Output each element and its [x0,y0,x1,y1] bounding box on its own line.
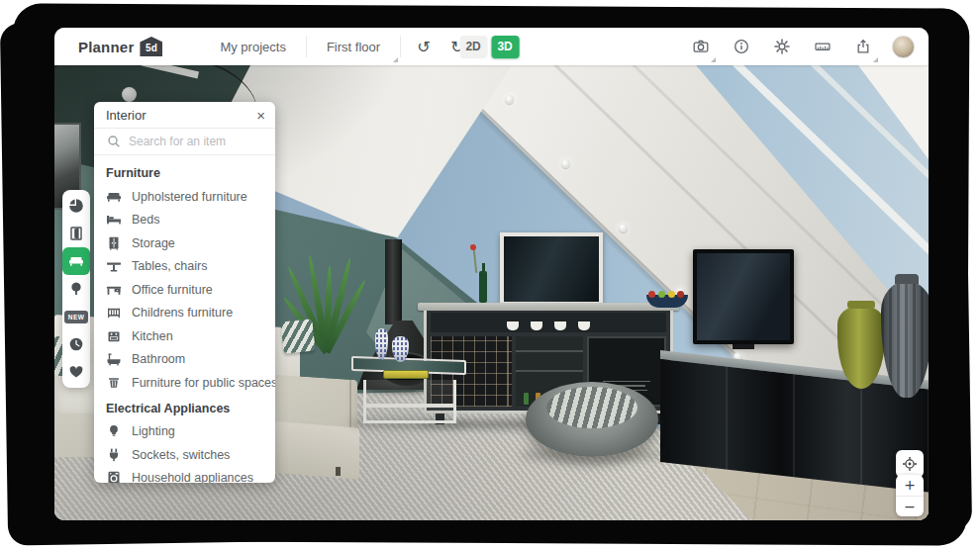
category-item-label: Tables, chairs [132,259,207,273]
flower [470,244,476,250]
user-avatar[interactable] [892,36,915,58]
chevron-pillow[interactable] [280,319,315,353]
category-item-childrens-furniture[interactable]: Childrens furniture [94,302,275,325]
fireplace-chimney[interactable] [385,239,402,324]
sidebar-item-history[interactable] [62,330,90,358]
tv-stand [733,344,754,349]
serving-tray [383,370,429,379]
bed-icon [106,212,122,228]
sidebar-item-favorites[interactable] [62,358,90,386]
floor-selector-label: First floor [327,40,380,54]
interior-panel: Interior × FurnitureUpholstered furnitur… [94,102,275,483]
category-item-beds[interactable]: Beds [94,209,275,232]
info-icon [734,39,749,54]
info-button[interactable] [730,35,753,58]
rooms-icon [68,198,84,214]
stove-icon [106,328,122,344]
category-item-kitchen[interactable]: Kitchen [94,324,275,348]
zoom-in-button[interactable]: + [896,475,924,497]
bathtub-icon [106,351,122,367]
category-item-lighting[interactable]: Lighting [94,420,275,444]
sofa-icon [106,189,122,205]
locate-icon [902,456,918,472]
fruit-bowl [646,295,688,308]
close-icon[interactable]: × [256,108,265,123]
pouf-chevron-top [546,387,637,428]
zoom-controls: + − [896,475,924,516]
tv[interactable] [693,249,794,344]
category-item-label: Bathroom [132,352,185,366]
category-item-tables-chairs[interactable]: Tables, chairs [94,255,275,279]
search-input[interactable] [129,135,275,148]
sidebar-item-outdoor[interactable] [62,275,90,303]
search-bar [94,129,275,155]
new-badge: NEW [64,311,87,323]
category-item-label: Office furniture [132,283,213,297]
category-item-household-appliances[interactable]: Household appliances [94,467,275,484]
desk-icon [106,282,122,298]
track-light [619,224,628,232]
undo-button[interactable]: ↺ [411,34,437,59]
app-logo[interactable]: Planner 5d [78,37,162,56]
category-item-label: Upholstered furniture [132,190,247,204]
corner-marker-icon [711,57,716,62]
coffee-table-frame [363,380,456,423]
category-item-label: Kitchen [132,329,173,343]
app-window: ENJOY [54,28,929,520]
category-item-office-furniture[interactable]: Office furniture [94,278,275,302]
sofa-leg [336,467,341,476]
view-mode-toggle: 2D3D [459,36,519,58]
interior-sofa-icon [68,253,84,269]
track-light [505,95,514,104]
toolbar: Planner 5d My projects First floor ↺ ↻ 2… [54,28,929,65]
plug-icon [106,447,122,463]
sidebar-item-interior[interactable] [62,247,90,275]
wardrobe-icon [106,235,122,251]
floor-selector[interactable]: First floor [307,40,400,54]
category-item-label: Lighting [132,424,175,438]
crib-icon [106,305,122,321]
sidebar-item-construction[interactable] [62,220,90,247]
category-item-label: Childrens furniture [132,306,233,320]
tv-screen [697,253,790,340]
table-icon [106,258,122,274]
category-sidebar: NEW [62,190,90,388]
wine-bottle [479,271,487,303]
sidebar-item-new[interactable]: NEW [62,303,90,330]
urn-icon [106,375,122,391]
category-item-label: Furniture for public spaces [132,376,275,390]
category-item-upholstered-furniture[interactable]: Upholstered furniture [94,185,275,209]
category-item-sockets-switches[interactable]: Sockets, switches [94,443,275,467]
ruler-button[interactable] [811,35,834,58]
tree-icon [68,281,84,297]
logo-text: Planner [78,39,134,55]
zoom-out-button[interactable]: − [896,497,924,517]
share-button[interactable] [851,35,875,58]
category-item-label: Storage [132,236,175,250]
category-item-bathroom[interactable]: Bathroom [94,348,275,372]
pendant-lamp[interactable] [122,87,137,102]
settings-gear-icon [774,39,790,54]
heart-icon [68,364,84,380]
wall-mirror[interactable] [500,232,603,306]
camera-button[interactable] [689,35,713,58]
category-list: FurnitureUpholstered furnitureBedsStorag… [94,155,275,483]
panel-title: Interior [106,108,146,123]
view-3d-button[interactable]: 3D [491,36,519,58]
search-icon [106,134,122,149]
settings-gear-button[interactable] [770,35,794,58]
toolbar-right-icons [689,35,915,58]
category-item-furniture-for-public-spaces[interactable]: Furniture for public spaces [94,371,275,395]
my-projects-button[interactable]: My projects [200,40,305,54]
share-icon [855,39,871,54]
door-icon [68,226,84,241]
view-2d-button[interactable]: 2D [459,36,487,58]
locate-button[interactable] [896,450,924,478]
toolbar-separator [400,36,401,57]
clock-icon [68,336,84,352]
category-item-label: Household appliances [132,471,253,483]
section-header: Electrical Appliances [94,395,275,420]
sidebar-item-rooms[interactable] [62,192,90,220]
category-item-storage[interactable]: Storage [94,231,275,255]
category-item-label: Beds [132,213,160,227]
